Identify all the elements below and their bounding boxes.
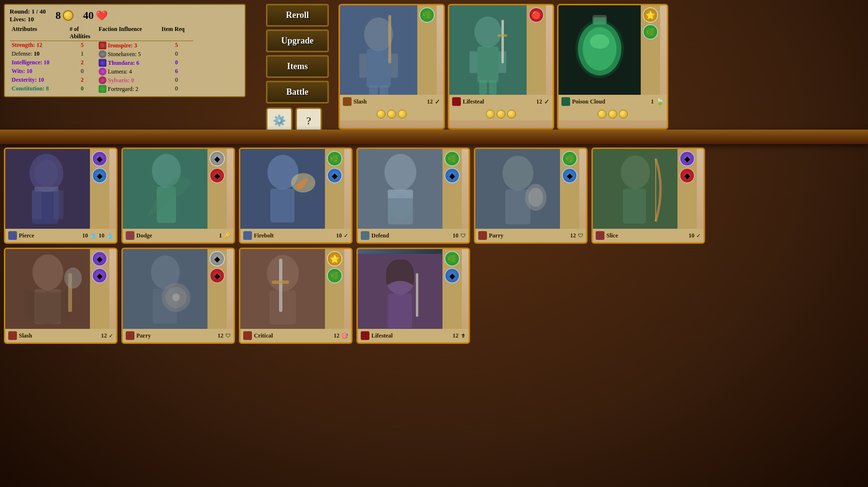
parry2-val: 12 (218, 332, 223, 339)
parry-info: Parry 12 🛡 (475, 229, 586, 242)
cards-row-2: ◆ ◆ Slash 12 ✓ (4, 248, 864, 344)
shop-card-slash[interactable]: 🌿 Slash 12 ✓ (338, 4, 445, 130)
badge-green: 🌿 (444, 251, 460, 266)
defend-name: Defend (371, 232, 451, 239)
lumera-icon (99, 68, 106, 75)
col-item-req: Item Req (160, 25, 193, 41)
card-info-poison: Poison Cloud 1 🍃 (559, 95, 667, 108)
player-card-slice[interactable]: ◆ ◆ Slice 10 ✓ (591, 148, 705, 244)
defense-abilities: 1 (68, 50, 97, 59)
faction-sylvaris: Sylvaris: 0 (97, 76, 160, 85)
reroll-button[interactable]: Reroll (266, 4, 329, 27)
items-button[interactable]: Items (266, 55, 329, 78)
slice-badges: ◆ ◆ (677, 149, 697, 229)
badge-green: 🌿 (419, 7, 435, 23)
svg-point-9 (474, 16, 501, 47)
dodge-badges: ◆ ◆ (207, 149, 227, 229)
shop-card-lifesteal[interactable]: 🔴 Lifesteal 12 ✓ (448, 4, 554, 130)
card-info-slash: Slash 12 ✓ (340, 95, 443, 108)
upgrade-button[interactable]: Upgrade (266, 30, 329, 52)
badge-purple: ◆ (92, 251, 107, 266)
card-type-poison: 🍃 (656, 98, 664, 106)
thundara-item-req: 0 (160, 59, 193, 67)
dexterity-abilities: 2 (68, 76, 97, 85)
badge-blue: ◆ (92, 168, 107, 183)
player-card-dodge[interactable]: ◆ ◆ Dodge 1 🔑 (121, 148, 235, 244)
lumera-item-req: 6 (160, 67, 193, 76)
card-name-poison: Poison Cloud (572, 98, 649, 105)
faction-fortregard: Fortregard: 2 (97, 85, 160, 93)
ability-icon (561, 97, 570, 106)
card-badges-slash: 🌿 (417, 5, 437, 95)
player-card-defend[interactable]: 🌿 ◆ Defend 10 🛡 (356, 148, 470, 244)
cost-coin-2 (608, 110, 617, 118)
svg-rect-3 (359, 54, 367, 78)
svg-point-39 (384, 154, 416, 191)
svg-rect-6 (380, 85, 388, 95)
strength-abilities: 5 (68, 41, 97, 50)
player-card-parry[interactable]: 🌿 ◆ Parry 12 🛡 (474, 148, 588, 244)
sylvaris-icon (99, 76, 106, 84)
heart-icon: ❤️ (96, 10, 108, 21)
faction-ironspire: Ironspire: 3 (97, 41, 160, 50)
firebolt-name: Firebolt (254, 232, 334, 239)
attr-wits: Wits: 10 (10, 67, 68, 76)
stonehaven-icon (99, 50, 106, 58)
button-panel: Reroll Upgrade Items Battle ⚙️ ? (266, 4, 329, 134)
card-val-lifesteal: 12 (536, 98, 542, 105)
badge-blue: ◆ (327, 168, 342, 183)
ironspire-icon (99, 42, 106, 49)
slash2-info: Slash 12 ✓ (5, 329, 116, 342)
badge-green: 🌿 (562, 151, 577, 166)
col-abilities: # of Abilities (68, 25, 97, 41)
lifesteal2-name: Lifesteal (371, 332, 451, 339)
critical-info: Critical 12 🎯 (240, 329, 351, 342)
player-card-slash2[interactable]: ◆ ◆ Slash 12 ✓ (4, 248, 118, 344)
svg-rect-4 (391, 54, 398, 78)
ability-icon (452, 97, 461, 106)
shop-card-poison-cloud[interactable]: ⭐ 🌿 Poison Cloud 1 🍃 (557, 4, 668, 130)
faction-stonehaven: Stonehaven: 5 (97, 50, 160, 59)
card-badges-lifesteal: 🔴 (527, 5, 546, 95)
attr-strength: Strength: 12 (10, 41, 68, 50)
card-val-slash: 12 (427, 98, 433, 105)
cost-coin-2 (497, 110, 505, 118)
player-card-critical[interactable]: ⭐ 🌿 Critical 12 🎯 (239, 248, 353, 344)
defend-ability-icon (361, 231, 369, 240)
parry2-info: Parry 12 🛡 (123, 329, 234, 342)
constitution-abilities: 0 (68, 85, 97, 93)
card-image-potion (559, 5, 641, 95)
cost-coin-1 (377, 110, 385, 118)
player-card-firebolt[interactable]: 🌿 ◆ Firebolt 10 ✓ (239, 148, 353, 244)
stonehaven-item-req: 0 (160, 50, 193, 59)
faction-thundara: Thundara: 6 (97, 59, 160, 67)
thundara-icon (99, 59, 106, 67)
lives-info: Lives: 10 (10, 15, 46, 23)
svg-point-64 (267, 255, 299, 292)
dodge-val: 1 (219, 232, 222, 239)
badge-red: ◆ (209, 168, 225, 183)
player-card-parry2[interactable]: ◆ ◆ Parry 12 🛡 (121, 248, 235, 344)
card-name-slash: Slash (353, 98, 425, 105)
player-card-pierce[interactable]: ◆ ◆ Pierce 10 💧 10 💧 (4, 148, 118, 244)
faction-lumera: Lumera: 4 (97, 67, 160, 76)
critical-ability-icon (243, 331, 252, 340)
svg-rect-2 (367, 49, 391, 88)
slash2-badges: ◆ ◆ (90, 249, 109, 329)
svg-rect-29 (32, 190, 42, 219)
slice-ability-icon (596, 231, 604, 240)
badge-gold: ⭐ (643, 7, 658, 23)
svg-rect-14 (489, 80, 497, 95)
card-name-lifesteal: Lifesteal (463, 98, 534, 105)
col-attributes: Attributes (10, 25, 68, 41)
slice-info: Slice 10 ✓ (593, 229, 704, 242)
ability-icon (343, 97, 352, 106)
parry-name: Parry (489, 232, 568, 239)
dodge-ability-icon (126, 231, 134, 240)
battle-button[interactable]: Battle (266, 81, 329, 103)
shop-area: 🌿 Slash 12 ✓ (338, 4, 864, 130)
table-shelf (0, 130, 868, 144)
player-card-lifesteal2[interactable]: 🌿 ◆ Lifesteal 12 🗡 (356, 248, 470, 344)
svg-rect-70 (388, 294, 412, 328)
svg-point-27 (34, 160, 59, 187)
